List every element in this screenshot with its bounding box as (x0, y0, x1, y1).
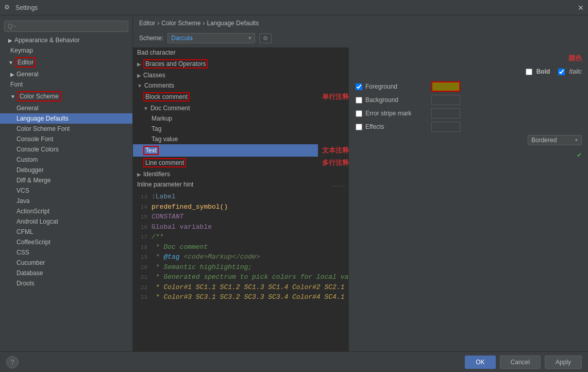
line-number: 21 (137, 273, 147, 282)
tree-item-identifiers[interactable]: ▶ Identifiers (133, 169, 349, 179)
tree-item-text-row: Text 文本注释 (133, 144, 349, 157)
sidebar-item-label: Console Colors (16, 146, 59, 153)
preview-line-22: 22 * Color#1 SC1.1 SC1.2 SC1.3 SC1.4 Col… (137, 282, 345, 293)
sidebar-item-language-defaults[interactable]: Language Defaults (0, 113, 132, 124)
preview-line-17: 17/** (137, 232, 345, 242)
sidebar-item-label: Font (10, 81, 23, 88)
scheme-label: Scheme: (139, 35, 163, 42)
effects-checkbox[interactable] (356, 124, 362, 130)
bold-label[interactable]: Bold (526, 68, 550, 75)
italic-label[interactable]: Italic (558, 68, 582, 75)
sidebar-item-font[interactable]: Font (0, 79, 132, 90)
sidebar-item-css[interactable]: CSS (0, 247, 132, 258)
sidebar-item-console-colors[interactable]: Console Colors (0, 144, 132, 155)
foreground-checkbox[interactable] (356, 83, 362, 90)
sidebar-item-color-scheme[interactable]: ▼ Color Scheme (0, 90, 132, 103)
preview-area: 13:Label 14predefined_symbol() 15CONSTAN… (133, 190, 349, 305)
close-button[interactable]: ✕ (578, 4, 584, 12)
code-content: /** (152, 233, 163, 241)
sidebar-item-label: General (16, 105, 39, 112)
tree-item-block-comment[interactable]: Block comment (133, 91, 318, 103)
sidebar-item-label: CSS (16, 249, 29, 256)
sidebar-item-label: Android Logcat (16, 218, 58, 225)
checkmark-icon: ✔ (577, 151, 582, 159)
sidebar-item-actionscript[interactable]: ActionScript (0, 206, 132, 216)
line-number: 17 (137, 233, 147, 242)
code-content: predefined_symbol() (152, 203, 228, 211)
sidebar-item-coffeescript[interactable]: CoffeeScript (0, 237, 132, 247)
scheme-gear-button[interactable]: ⚙ (259, 33, 272, 43)
effects-swatch[interactable] (431, 122, 460, 132)
tree-item-line-comment[interactable]: Line comment (133, 157, 318, 169)
code-content: * Color#3 SC3.1 SC3.2 SC3.3 SC3.4 Color#… (152, 293, 349, 301)
tree-item-tag[interactable]: Tag (133, 124, 349, 134)
tree-item-bad-char[interactable]: Bad character (133, 47, 349, 58)
sidebar-item-java[interactable]: Java (0, 196, 132, 206)
chevron-right-icon: ▶ (8, 38, 12, 43)
cancel-button[interactable]: Cancel (500, 356, 541, 369)
sidebar-item-cs-general[interactable]: General (0, 103, 132, 113)
background-checkbox[interactable] (356, 97, 362, 104)
sidebar-item-general[interactable]: ▶ General (0, 69, 132, 79)
sidebar-item-appearance[interactable]: ▶ Appearance & Behavior (0, 35, 132, 45)
tree-item-markup[interactable]: Markup (133, 113, 349, 124)
sidebar-item-console-font[interactable]: Console Font (0, 134, 132, 144)
sidebar-item-label: Console Font (16, 136, 53, 143)
sidebar-item-android-logcat[interactable]: Android Logcat (0, 216, 132, 227)
chevron-down-icon: ▼ (137, 83, 142, 89)
tree-item-label: Doc Comment (150, 105, 190, 112)
breadcrumb-sep1: › (157, 20, 159, 27)
tree-item-label: Classes (143, 72, 165, 79)
sidebar-item-diff-merge[interactable]: Diff & Merge (0, 175, 132, 185)
foreground-swatch[interactable] (431, 81, 460, 92)
sidebar-item-vcs[interactable]: VCS (0, 185, 132, 196)
chevron-right-icon: ▶ (10, 72, 14, 77)
tree-box: Braces and Operators (143, 59, 208, 69)
tree-item-text[interactable]: Text (133, 144, 318, 157)
search-input[interactable] (4, 21, 128, 32)
sidebar-item-drools[interactable]: Drools (0, 278, 132, 289)
tree-item-classes[interactable]: ▶ Classes (133, 70, 349, 80)
color-heading: 颜色 (356, 54, 582, 63)
line-number: 23 (137, 293, 147, 302)
effects-row: Effects (356, 122, 582, 132)
sidebar: ▶ Appearance & Behavior Keymap ▼ Editor … (0, 15, 133, 351)
sidebar-item-label: VCS (16, 187, 29, 194)
scheme-select[interactable]: Darcula Default High Contrast (167, 33, 255, 43)
tree-item-label: Line comment (145, 159, 184, 166)
background-label: Background (365, 96, 427, 104)
sidebar-item-database[interactable]: Database (0, 268, 132, 278)
sidebar-item-custom[interactable]: Custom (0, 155, 132, 165)
tree-item-label: Inline parameter hint (137, 181, 193, 188)
italic-checkbox[interactable] (558, 69, 565, 75)
preview-line-23: 23 * Color#3 SC3.1 SC3.2 SC3.3 SC3.4 Col… (137, 292, 345, 302)
sidebar-item-label: CoffeeScript (16, 239, 51, 246)
sidebar-item-label: Drools (16, 280, 35, 287)
background-swatch[interactable] (431, 95, 460, 105)
error-stripe-swatch[interactable] (431, 108, 460, 119)
sidebar-item-cs-font[interactable]: Color Scheme Font (0, 124, 132, 134)
code-content: * Doc comment (152, 243, 208, 251)
apply-button[interactable]: Apply (545, 356, 582, 369)
bold-checkbox[interactable] (526, 69, 532, 75)
tree-item-comments[interactable]: ▼ Comments (133, 80, 349, 91)
tree-item-braces-ops[interactable]: ▶ Braces and Operators (133, 58, 349, 70)
sidebar-item-keymap[interactable]: Keymap (0, 45, 132, 56)
tree-box-line-comment: Line comment (143, 158, 186, 167)
effects-select[interactable]: Bordered Underline Bold underline Dotted… (528, 135, 582, 145)
tree-item-tag-value[interactable]: Tag value (133, 134, 349, 144)
tree-item-label: Comments (144, 82, 174, 89)
sidebar-item-editor[interactable]: ▼ Editor (0, 56, 132, 69)
ok-button[interactable]: OK (465, 356, 495, 369)
sidebar-item-cucumber[interactable]: Cucumber (0, 258, 132, 268)
chevron-down-icon: ▼ (10, 94, 15, 99)
help-button[interactable]: ? (6, 356, 19, 368)
error-stripe-label: Error stripe mark (365, 110, 427, 117)
breadcrumb-sep2: › (203, 20, 205, 27)
sidebar-item-label: Custom (16, 156, 38, 163)
sidebar-item-debugger[interactable]: Debugger (0, 165, 132, 175)
sidebar-item-cfml[interactable]: CFML (0, 227, 132, 237)
tree-item-inline-hint[interactable]: Inline parameter hint ......... (133, 179, 349, 190)
error-stripe-checkbox[interactable] (356, 110, 362, 117)
tree-item-doc-comment[interactable]: ▼ Doc Comment (133, 103, 349, 113)
